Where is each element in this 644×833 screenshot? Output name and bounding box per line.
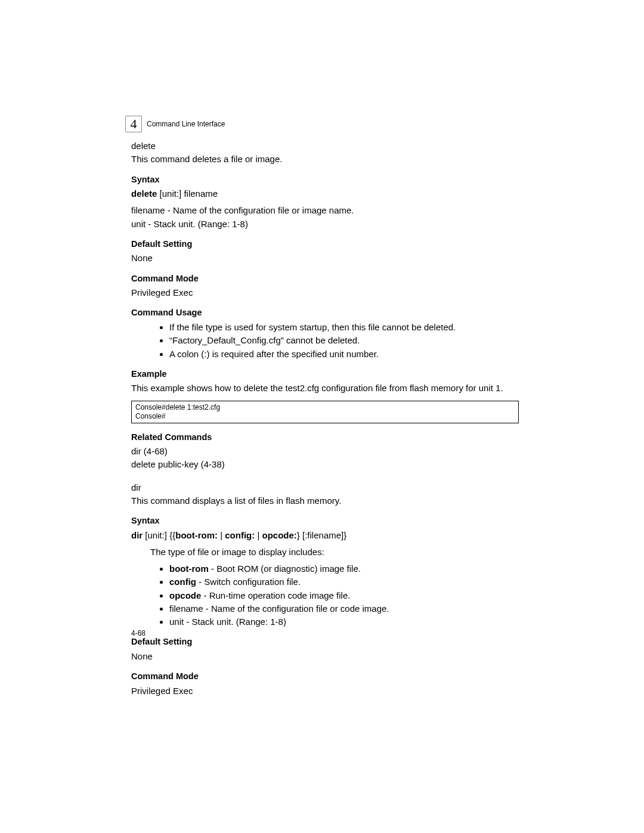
dir-default-text: None xyxy=(131,651,519,662)
dir-sx-p7: opcode: xyxy=(262,530,297,540)
list-item: A colon (:) is required after the specif… xyxy=(169,348,519,360)
li-rest: - Run-time operation code image file. xyxy=(201,590,350,600)
delete-syntax-head: Syntax xyxy=(131,174,519,186)
delete-mode-head: Command Mode xyxy=(131,273,519,285)
li-rest: - Switch configuration file. xyxy=(196,577,301,587)
delete-default-head: Default Setting xyxy=(131,239,519,250)
delete-usage-list: If the file type is used for system star… xyxy=(131,321,519,360)
dir-mode-text: Privileged Exec xyxy=(131,685,519,697)
chapter-mark: 4 Command Line Interface xyxy=(125,116,225,132)
li-rest: filename - Name of the configuration fil… xyxy=(169,603,389,614)
dir-syntax-head: Syntax xyxy=(131,515,519,527)
chapter-number-box: 4 xyxy=(125,116,142,132)
dir-intro: This command displays a list of files in… xyxy=(131,495,519,507)
dir-type-list: boot-rom - Boot ROM (or diagnostic) imag… xyxy=(131,563,519,628)
list-item: opcode - Run-time operation code image f… xyxy=(169,590,519,602)
chapter-number: 4 xyxy=(131,116,137,132)
dir-sx-p8: } [:filename]} xyxy=(297,530,346,540)
delete-default-text: None xyxy=(131,252,519,264)
dir-type-intro: The type of file or image to display inc… xyxy=(150,546,519,558)
delete-mode-text: Privileged Exec xyxy=(131,287,519,299)
list-item: “Factory_Default_Config.cfg” cannot be d… xyxy=(169,335,519,346)
li-bold: opcode xyxy=(169,590,201,600)
dir-mode-head: Command Mode xyxy=(131,671,519,683)
dir-title: dir xyxy=(131,482,519,494)
delete-related-head: Related Commands xyxy=(131,432,519,444)
dir-sx-p2: [unit:] {{ xyxy=(145,530,175,540)
list-item: unit - Stack unit. (Range: 1-8) xyxy=(169,616,519,628)
chapter-label: Command Line Interface xyxy=(147,120,225,128)
li-bold: config xyxy=(169,577,196,587)
delete-example-code: Console#delete 1:test2.cfg Console# xyxy=(131,401,519,423)
list-item: filename - Name of the configuration fil… xyxy=(169,603,519,615)
li-bold: boot-rom xyxy=(169,563,209,574)
delete-syntax-cmd-rest: [unit:] filename xyxy=(160,188,218,199)
delete-syntax-line: delete [unit:] filename xyxy=(131,188,519,200)
delete-related-1: dir (4-68) xyxy=(131,445,519,457)
dir-default-head: Default Setting xyxy=(131,636,519,648)
li-rest: unit - Stack unit. (Range: 1-8) xyxy=(169,617,286,627)
list-item: If the file type is used for system star… xyxy=(169,321,519,333)
content: delete This command deletes a file or im… xyxy=(131,140,519,697)
page: 4 Command Line Interface delete This com… xyxy=(0,0,644,833)
delete-usage-head: Command Usage xyxy=(131,307,519,319)
li-rest: - Boot ROM (or diagnostic) image file. xyxy=(209,563,361,574)
delete-intro: This command deletes a file or image. xyxy=(131,153,519,165)
page-number: 4-68 xyxy=(131,629,145,637)
dir-sx-p1: dir xyxy=(131,530,145,540)
delete-example-text: This example shows how to delete the tes… xyxy=(131,382,519,394)
dir-sx-p6: | xyxy=(257,530,262,540)
dir-sx-p3: boot-rom: xyxy=(175,530,220,540)
dir-syntax-line: dir [unit:] {{boot-rom: | config: | opco… xyxy=(131,529,519,541)
delete-syntax-desc2: unit - Stack unit. (Range: 1-8) xyxy=(131,218,519,230)
delete-syntax-desc1: filename - Name of the configuration fil… xyxy=(131,205,519,216)
delete-title: delete xyxy=(131,140,519,152)
list-item: config - Switch configuration file. xyxy=(169,576,519,588)
dir-sx-p5: config: xyxy=(225,530,257,540)
delete-syntax-cmd-bold: delete xyxy=(131,188,160,199)
list-item: boot-rom - Boot ROM (or diagnostic) imag… xyxy=(169,563,519,575)
delete-example-head: Example xyxy=(131,368,519,380)
delete-related-2: delete public-key (4-38) xyxy=(131,459,519,470)
